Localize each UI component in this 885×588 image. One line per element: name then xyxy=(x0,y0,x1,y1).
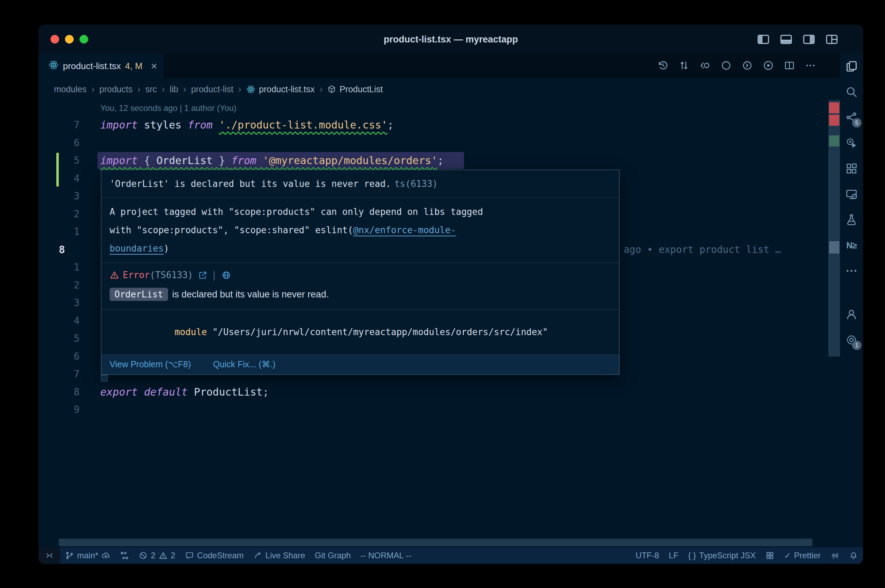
line-number[interactable]: 4 xyxy=(39,315,80,327)
error-code: (TS6133) xyxy=(150,270,193,280)
line-number[interactable]: 2 xyxy=(39,279,80,291)
minimize-window-button[interactable] xyxy=(65,35,74,44)
view-problem-link[interactable]: View Problem (⌥F8) xyxy=(110,359,191,369)
blame-codelens-row[interactable]: You, 12 seconds ago | 1 author (You) xyxy=(39,100,840,116)
rule-text: ) xyxy=(164,243,170,254)
code-line-text: import styles from './product-list.modul… xyxy=(100,119,394,131)
encoding-status[interactable]: UTF-8 xyxy=(631,547,664,564)
breadcrumb-modules[interactable]: modules xyxy=(54,84,87,94)
hover-error-row: Error (TS6133) | xyxy=(101,263,619,282)
editor-more-actions-icon[interactable] xyxy=(805,60,816,72)
open-changes-icon[interactable] xyxy=(700,60,711,72)
code-row[interactable]: 6 xyxy=(39,134,840,152)
horizontal-scrollbar[interactable] xyxy=(59,538,812,546)
customize-layout-icon[interactable] xyxy=(825,33,839,48)
breadcrumb-file[interactable]: product-list.tsx xyxy=(246,84,315,94)
line-number[interactable]: 1 xyxy=(39,226,80,237)
toggle-left-panel-icon[interactable] xyxy=(756,33,770,48)
breadcrumb-separator: › xyxy=(137,84,140,94)
testing-flask-icon[interactable] xyxy=(844,213,858,226)
gitlens-compare-icon[interactable] xyxy=(679,60,689,72)
problems-status[interactable]: 2 2 xyxy=(134,547,180,564)
git-branch-status[interactable]: main* xyxy=(60,547,115,564)
line-number[interactable]: 7 xyxy=(39,368,80,380)
hover-detail-row: OrderList is declared but its value is n… xyxy=(101,282,619,309)
remote-explorer-icon[interactable] xyxy=(844,187,858,201)
code-row[interactable]: 8export default ProductList; xyxy=(39,383,840,401)
line-number[interactable]: 3 xyxy=(39,297,80,309)
hover-resize-handle[interactable] xyxy=(101,375,108,381)
line-number[interactable]: 5 xyxy=(39,155,80,166)
line-number[interactable]: 4 xyxy=(39,173,80,184)
line-number[interactable]: 1 xyxy=(39,261,80,273)
breadcrumb-symbol[interactable]: ProductList xyxy=(328,84,383,94)
nx-console-icon[interactable]: N≥ xyxy=(844,238,858,252)
breadcrumb-src[interactable]: src xyxy=(145,84,156,94)
accounts-icon[interactable] xyxy=(844,308,858,321)
toggle-right-panel-icon[interactable] xyxy=(802,33,816,48)
extensions-icon[interactable] xyxy=(844,162,858,176)
line-number[interactable]: 8 xyxy=(39,386,80,398)
run-file-icon[interactable] xyxy=(763,60,774,72)
divider: | xyxy=(212,270,217,280)
code-row[interactable]: 9 xyxy=(39,401,840,419)
toggle-bottom-panel-icon[interactable] xyxy=(779,33,793,48)
detail-text: is declared but its value is never read. xyxy=(172,289,329,300)
line-number[interactable]: 3 xyxy=(39,190,80,202)
gitgraph-status[interactable]: Git Graph xyxy=(310,547,356,564)
settings-gear-icon[interactable]: 1 xyxy=(844,333,858,347)
language-mode-status[interactable]: { } TypeScript JSX xyxy=(684,547,761,564)
quick-fix-link[interactable]: Quick Fix... (⌘.) xyxy=(213,359,275,369)
liveshare-status[interactable]: Live Share xyxy=(249,547,310,564)
language-label: TypeScript JSX xyxy=(699,551,756,560)
errors-icon xyxy=(139,551,147,560)
titlebar: product-list.tsx — myreactapp xyxy=(39,25,863,54)
vim-mode-indicator[interactable]: -- NORMAL -- xyxy=(356,547,416,564)
braces-icon: { } xyxy=(688,551,696,560)
debug-icon[interactable] xyxy=(844,136,858,150)
activity-bar: 5 N≥ 1 xyxy=(840,54,863,547)
line-number[interactable]: 5 xyxy=(39,333,80,344)
previous-change-icon[interactable] xyxy=(721,60,732,72)
zoom-window-button[interactable] xyxy=(80,35,88,44)
code-row[interactable]: 7import styles from './product-list.modu… xyxy=(39,116,840,134)
accessibility-status[interactable] xyxy=(826,547,844,564)
prettier-label: Prettier xyxy=(794,551,821,560)
git-branch-icon xyxy=(65,551,74,560)
line-number[interactable]: 8 xyxy=(39,243,80,256)
line-number[interactable]: 2 xyxy=(39,208,80,220)
overview-ruler-error-mark xyxy=(829,115,839,126)
open-external-icon[interactable] xyxy=(198,270,207,280)
prettier-status[interactable]: ✓ Prettier xyxy=(779,547,826,564)
close-window-button[interactable] xyxy=(51,35,59,44)
window-controls xyxy=(51,35,88,44)
next-change-icon[interactable] xyxy=(742,60,753,72)
code-row[interactable]: 5import { OrderList } from '@myreactapp/… xyxy=(39,152,840,170)
breadcrumb-product-list[interactable]: product-list xyxy=(191,84,233,94)
globe-icon[interactable] xyxy=(222,270,231,280)
breadcrumb-lib[interactable]: lib xyxy=(170,84,178,94)
grid-extension-status[interactable] xyxy=(760,547,779,564)
warnings-count: 2 xyxy=(171,551,175,560)
notifications-status[interactable] xyxy=(844,547,863,564)
line-number[interactable]: 6 xyxy=(39,351,80,362)
editor[interactable]: You, 12 seconds ago | 1 author (You)7imp… xyxy=(39,100,840,547)
split-editor-icon[interactable] xyxy=(784,60,795,72)
tab-product-list[interactable]: product-list.tsx 4, M × xyxy=(39,54,165,78)
codestream-status[interactable]: CodeStream xyxy=(180,547,249,564)
git-compare-status[interactable] xyxy=(115,547,134,564)
more-views-icon[interactable] xyxy=(844,264,858,278)
eol-status[interactable]: LF xyxy=(664,547,684,564)
line-number[interactable]: 9 xyxy=(39,404,80,415)
line-number[interactable]: 7 xyxy=(39,119,80,130)
remote-indicator[interactable] xyxy=(39,547,60,564)
line-number[interactable]: 6 xyxy=(39,137,80,148)
search-icon[interactable] xyxy=(844,85,858,99)
breadcrumb-products[interactable]: products xyxy=(99,84,133,94)
tab-close-icon[interactable]: × xyxy=(151,60,157,72)
nx-enforce-module-boundaries-link[interactable]: @nx/enforce-module- xyxy=(353,225,456,235)
explorer-icon[interactable] xyxy=(844,59,858,73)
source-control-graph-icon[interactable]: 5 xyxy=(844,111,858,124)
nx-enforce-module-boundaries-link[interactable]: boundaries xyxy=(110,243,164,254)
timeline-history-icon[interactable] xyxy=(658,60,668,72)
